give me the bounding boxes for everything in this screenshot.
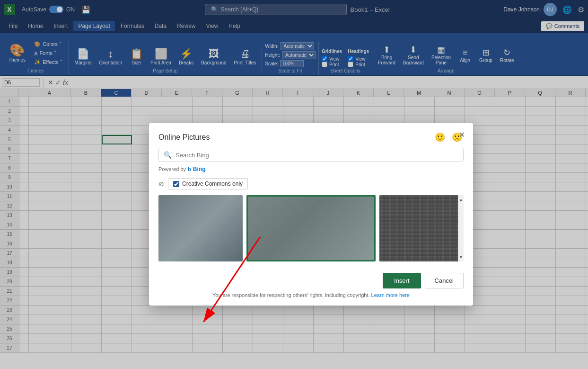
image-preview-3 [379,195,464,261]
cancel-button[interactable]: Cancel [425,273,464,288]
insert-button[interactable]: Insert [383,273,421,288]
creative-commons-checkbox-label[interactable]: Creative Commons only [168,178,248,189]
image-thumb-1[interactable] [158,195,243,261]
creative-commons-label: Creative Commons only [182,180,243,187]
bing-icon: b [188,166,191,172]
filter-icon[interactable]: ⊘ [158,180,164,188]
footer-note-text: You are responsible for respecting other… [212,292,370,298]
dialog-close-button[interactable]: ✕ [456,129,467,140]
creative-commons-checkbox[interactable] [173,181,179,187]
search-area: 🔍 [158,148,464,162]
powered-by: Powered by b Bing [158,166,464,172]
dialog-buttons: Insert Cancel [158,273,464,288]
dialog-footer: Insert Cancel You are responsible for re… [149,267,473,306]
dialog-body: 🔍 Powered by b Bing ⊘ Creative Commons o… [149,148,473,261]
search-input-wrapper: 🔍 [158,148,464,162]
dialog-header: Online Pictures 🙂 🙁 [149,123,473,148]
bing-label: Bing [193,166,206,172]
online-pictures-dialog: ✕ Online Pictures 🙂 🙁 🔍 Powered by b Bin… [149,123,473,306]
scroll-up-arrow[interactable]: ▲ [459,195,464,204]
like-button[interactable]: 🙂 [433,131,447,144]
scroll-down-arrow[interactable]: ▼ [459,252,464,261]
dialog-title: Online Pictures [158,133,210,142]
filter-row: ⊘ Creative Commons only [158,178,464,189]
image-preview-1 [158,195,243,261]
powered-by-text: Powered by [158,166,186,172]
learn-more-link[interactable]: Learn more here [371,292,410,298]
image-thumb-3[interactable] [379,195,464,261]
footer-note: You are responsible for respecting other… [158,292,464,298]
scrollbar[interactable]: ▲ ▼ [458,195,464,261]
images-grid: ▲ ▼ [158,195,464,261]
image-preview-2 [248,197,374,260]
search-input[interactable] [176,152,458,159]
search-icon: 🔍 [164,151,172,159]
image-thumb-2[interactable] [246,195,376,261]
